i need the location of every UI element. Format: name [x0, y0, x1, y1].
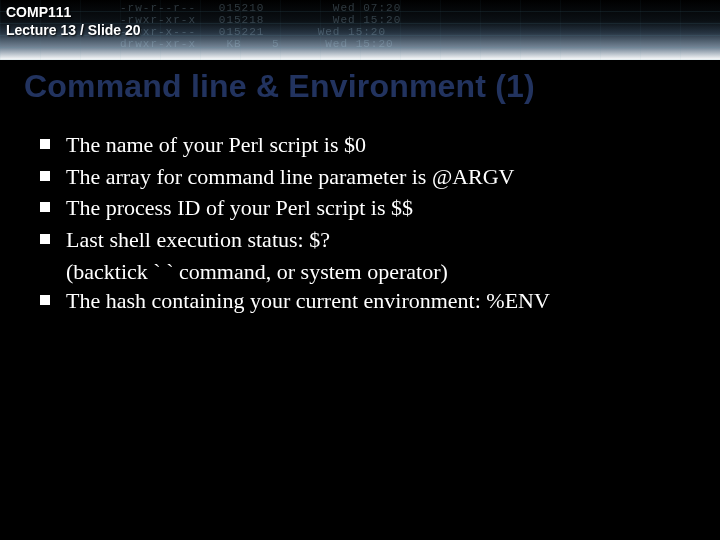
- bullet-text: The hash containing your current environ…: [66, 286, 680, 316]
- slide-reference: COMP111 Lecture 13 / Slide 20: [6, 4, 141, 39]
- banner-ghost-text: -rw-r--r-- 015210 Wed 07:20: [120, 2, 401, 14]
- course-code: COMP111: [6, 4, 141, 22]
- bullet-marker-icon: [40, 202, 50, 212]
- bullet-item: The array for command line parameter is …: [40, 162, 680, 192]
- bullet-text: The array for command line parameter is …: [66, 162, 680, 192]
- bullet-item: The hash containing your current environ…: [40, 286, 680, 316]
- lecture-slide-number: Lecture 13 / Slide 20: [6, 22, 141, 40]
- bullet-marker-icon: [40, 171, 50, 181]
- banner-ghost-text: -rwxr-x--- 015221 Wed 15:20: [120, 26, 386, 38]
- slide-body: The name of your Perl script is $0 The a…: [40, 130, 680, 318]
- bullet-marker-icon: [40, 139, 50, 149]
- bullet-text: Last shell execution status: $?: [66, 225, 680, 255]
- slide-title: Command line & Environment (1): [24, 68, 535, 105]
- banner-ghost-text: drwxr-xr-x KB 5 Wed 15:20: [120, 38, 394, 50]
- bullet-text: The process ID of your Perl script is $$: [66, 193, 680, 223]
- slide: -rw-r--r-- 015210 Wed 07:20 -rwxr-xr-x 0…: [0, 0, 720, 540]
- banner-ghost-text: -rwxr-xr-x 015218 Wed 15:20: [120, 14, 401, 26]
- bullet-item: The name of your Perl script is $0: [40, 130, 680, 160]
- bullet-marker-icon: [40, 295, 50, 305]
- bullet-continuation: (backtick ` ` command, or system operato…: [40, 257, 680, 287]
- bullet-marker-icon: [40, 234, 50, 244]
- bullet-item: Last shell execution status: $?: [40, 225, 680, 255]
- bullet-item: The process ID of your Perl script is $$: [40, 193, 680, 223]
- bullet-text: The name of your Perl script is $0: [66, 130, 680, 160]
